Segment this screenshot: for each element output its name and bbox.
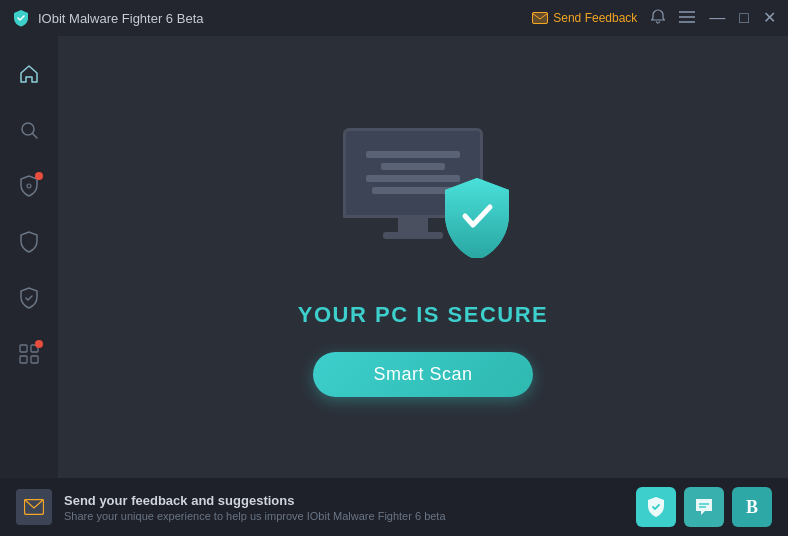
menu-icon[interactable] [679, 10, 695, 26]
title-bar-left: IObit Malware Fighter 6 Beta [12, 9, 203, 27]
sidebar [0, 36, 58, 478]
title-icons: — □ ✕ [651, 9, 776, 27]
security-shield-icon [441, 176, 513, 258]
screen-line-1 [366, 151, 460, 158]
title-bar: IObit Malware Fighter 6 Beta Send Feedba… [0, 0, 788, 36]
bottom-subtitle: Share your unique experience to help us … [64, 510, 446, 522]
envelope-icon [24, 499, 44, 515]
check-shield-icon [19, 287, 39, 309]
shield-icon [19, 231, 39, 253]
sidebar-item-shield[interactable] [11, 224, 47, 260]
quick-shield-button[interactable] [636, 487, 676, 527]
protection-badge [35, 172, 43, 180]
svg-point-7 [27, 184, 31, 188]
main-layout: YOUR PC IS SECURE Smart Scan [0, 36, 788, 478]
sidebar-item-check[interactable] [11, 280, 47, 316]
illustration [323, 118, 523, 278]
app-title: IObit Malware Fighter 6 Beta [38, 11, 203, 26]
svg-rect-11 [31, 356, 38, 363]
bottom-left-section: Send your feedback and suggestions Share… [16, 489, 446, 525]
minimize-button[interactable]: — [709, 10, 725, 26]
quick-chat-icon [694, 497, 714, 517]
monitor-base [383, 232, 443, 239]
app-logo-icon [12, 9, 30, 27]
main-content: YOUR PC IS SECURE Smart Scan [58, 36, 788, 478]
feedback-label: Send Feedback [553, 11, 637, 25]
svg-rect-8 [20, 345, 27, 352]
apps-badge [35, 340, 43, 348]
quick-shield-icon [646, 496, 666, 518]
feedback-icon-box [16, 489, 52, 525]
close-button[interactable]: ✕ [763, 10, 776, 26]
quick-chat-button[interactable] [684, 487, 724, 527]
bottom-bar: Send your feedback and suggestions Share… [0, 478, 788, 536]
bottom-title: Send your feedback and suggestions [64, 493, 446, 508]
smart-scan-button[interactable]: Smart Scan [313, 352, 532, 397]
title-bar-right: Send Feedback — □ ✕ [532, 9, 776, 27]
sidebar-item-home[interactable] [11, 56, 47, 92]
svg-line-6 [33, 134, 38, 139]
sidebar-item-apps[interactable] [11, 336, 47, 372]
screen-line-2 [381, 163, 446, 170]
svg-rect-0 [532, 12, 548, 24]
sidebar-item-scan[interactable] [11, 112, 47, 148]
notification-icon[interactable] [651, 9, 665, 27]
monitor-stand [398, 218, 428, 232]
beta-label: B [746, 497, 758, 518]
sidebar-item-protection[interactable] [11, 168, 47, 204]
svg-rect-10 [20, 356, 27, 363]
quick-beta-button[interactable]: B [732, 487, 772, 527]
status-text: YOUR PC IS SECURE [298, 302, 548, 328]
maximize-button[interactable]: □ [739, 10, 749, 26]
scan-icon [19, 120, 39, 140]
bottom-text-block: Send your feedback and suggestions Share… [64, 493, 446, 522]
feedback-button[interactable]: Send Feedback [532, 11, 637, 25]
home-icon [18, 63, 40, 85]
bottom-quick-buttons: B [636, 487, 772, 527]
mail-icon [532, 12, 548, 24]
